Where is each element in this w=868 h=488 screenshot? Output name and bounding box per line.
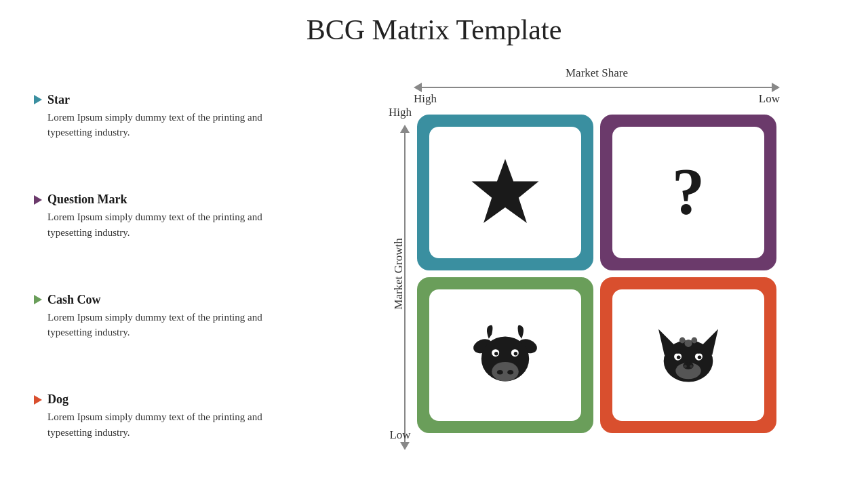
dog-arrow-icon [34,395,42,405]
cell-question-inner: ? [612,127,764,258]
market-share-arrow-left-icon [414,83,422,92]
svg-point-17 [684,365,686,367]
svg-marker-0 [472,159,539,224]
star-icon [468,155,542,230]
dog-description: Lorem Ipsum simply dummy text of the pri… [34,409,305,440]
cell-cow-inner [429,289,581,421]
market-growth-high-label: High [389,106,412,119]
svg-point-22 [698,356,702,360]
cell-cash-cow [417,277,593,433]
dog-icon [651,318,726,392]
svg-point-26 [679,338,686,344]
svg-point-25 [685,340,692,347]
svg-point-24 [694,349,703,354]
star-description: Lorem Ipsum simply dummy text of the pri… [34,110,305,140]
market-share-low-label: Low [759,92,780,106]
legend-item-dog: Dog Lorem Ipsum simply dummy text of the… [34,392,305,440]
market-growth-axis-line [400,125,410,450]
cell-dog [600,277,776,433]
cell-star-inner [429,127,581,258]
legend-panel: Star Lorem Ipsum simply dummy text of th… [27,66,319,466]
question-mark-label: Question Mark [47,192,127,207]
market-share-axis-line [422,87,772,88]
svg-point-10 [494,352,498,356]
legend-item-star: Star Lorem Ipsum simply dummy text of th… [34,93,305,140]
cash-cow-arrow-icon [34,295,42,304]
star-arrow-icon [34,95,42,104]
market-growth-arrow-up-icon [400,125,410,133]
svg-point-27 [691,338,697,344]
matrix-section: Market Share High Low Market [319,66,841,466]
svg-text:?: ? [672,155,705,228]
legend-item-cash-cow: Cash Cow Lorem Ipsum simply dummy text o… [34,293,305,340]
market-share-high-label: High [414,92,437,106]
cell-question-mark: ? [600,115,776,270]
question-mark-description: Lorem Ipsum simply dummy text of the pri… [34,209,305,240]
dog-label: Dog [47,392,68,407]
matrix-grid: ? [417,115,776,433]
market-growth-axis: Market Growth High Low [383,111,417,436]
market-growth-arrow-down-icon [400,442,410,450]
cell-dog-inner [612,289,764,421]
svg-point-5 [492,362,519,382]
market-growth-low-label: Low [389,428,410,442]
svg-point-18 [690,365,692,367]
svg-point-6 [497,370,503,375]
svg-point-7 [507,370,513,375]
market-share-arrow-right-icon [772,83,780,92]
market-growth-line [404,133,406,442]
question-mark-icon: ? [651,155,726,230]
page-title: BCG Matrix Template [27,14,841,46]
svg-point-21 [677,356,681,360]
legend-item-question-mark: Question Mark Lorem Ipsum simply dummy t… [34,192,305,240]
cow-icon [468,318,542,392]
star-label: Star [47,93,70,107]
svg-point-11 [514,352,518,356]
market-share-label: Market Share [566,66,628,79]
question-mark-arrow-icon [34,195,42,205]
cash-cow-description: Lorem Ipsum simply dummy text of the pri… [34,310,305,340]
cash-cow-label: Cash Cow [47,293,101,307]
cell-star [417,115,593,270]
svg-point-23 [673,349,682,354]
